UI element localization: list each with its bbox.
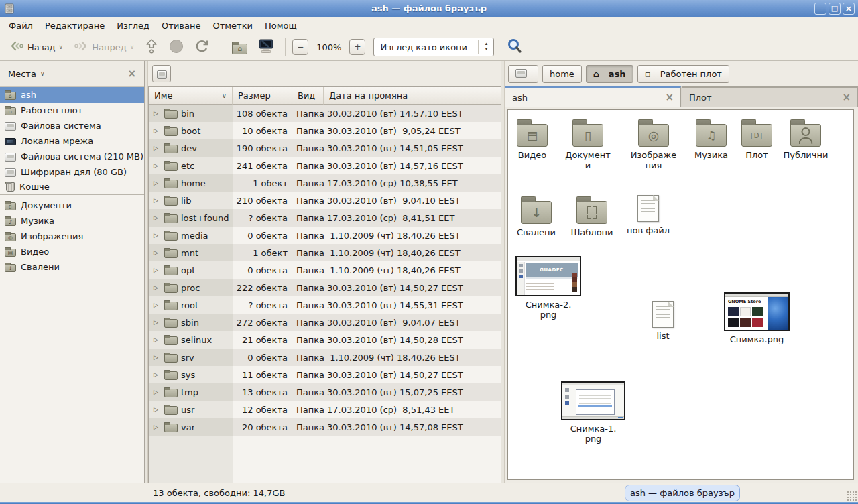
expander-icon[interactable]: ▷: [154, 232, 161, 239]
column-header-name[interactable]: Име∨: [149, 87, 233, 105]
file-icon-item[interactable]: Плот: [733, 118, 781, 160]
up-button[interactable]: [141, 36, 162, 58]
file-icon-item[interactable]: Свалени: [512, 195, 560, 237]
table-row[interactable]: ▷ dev 190 обекта Папка 30.03.2010 (вт) 1…: [149, 139, 501, 157]
file-icon-item[interactable]: Снимка-1.png: [560, 381, 627, 444]
table-row[interactable]: ▷ proc 222 обекта Папка 30.03.2010 (вт) …: [149, 279, 501, 296]
expander-icon[interactable]: ▷: [154, 302, 161, 308]
resize-grip[interactable]: [847, 491, 857, 501]
maximize-button[interactable]: □: [829, 3, 841, 15]
file-icon-item[interactable]: Видео: [508, 118, 556, 160]
file-icon-item[interactable]: Шаблони: [568, 195, 616, 237]
table-row[interactable]: ▷ lost+found ? обекта Папка 17.03.2010 (…: [149, 209, 501, 227]
file-icon-item[interactable]: Музика: [687, 118, 735, 160]
sidebar-place-item[interactable]: Видео: [0, 244, 144, 259]
sidebar-mode-select[interactable]: Места: [8, 69, 36, 79]
sidebar-place-item[interactable]: Документи: [0, 198, 144, 213]
taskbar-window-item[interactable]: ash — файлов браузър: [625, 485, 740, 501]
menu-item[interactable]: Помощ: [259, 19, 303, 33]
column-header-size[interactable]: Размер: [233, 87, 292, 105]
breadcrumb-button[interactable]: ash: [586, 65, 633, 83]
breadcrumb-button[interactable]: home: [542, 65, 582, 83]
tab[interactable]: Плот ×: [682, 86, 858, 107]
tab[interactable]: ash ×: [505, 86, 681, 107]
expander-icon[interactable]: ▷: [154, 389, 161, 395]
computer-button[interactable]: [254, 36, 278, 58]
close-button[interactable]: ×: [843, 3, 855, 15]
expander-icon[interactable]: ▷: [154, 162, 161, 169]
combo-spinner-icon[interactable]: ▴▾: [479, 42, 493, 52]
expander-icon[interactable]: ▷: [154, 336, 161, 343]
sidebar-place-item[interactable]: Кошче: [0, 180, 144, 195]
table-row[interactable]: ▷ sbin 272 обекта Папка 30.03.2010 (вт) …: [149, 314, 501, 331]
table-row[interactable]: ▷ tmp 13 обекта Папка 30.03.2010 (вт) 15…: [149, 383, 501, 401]
breadcrumb-button[interactable]: [508, 65, 538, 83]
file-icon-item[interactable]: Изображения: [627, 118, 680, 171]
expander-icon[interactable]: ▷: [154, 127, 161, 134]
file-icon-item[interactable]: list: [639, 301, 687, 341]
zoom-in-button[interactable]: +: [349, 39, 365, 55]
expander-icon[interactable]: ▷: [154, 214, 161, 221]
tab-close-icon[interactable]: ×: [842, 91, 851, 103]
forward-dropdown-icon[interactable]: ∨: [130, 44, 135, 50]
menu-item[interactable]: Изглед: [111, 19, 156, 33]
sidebar-place-item[interactable]: Изображения: [0, 229, 144, 244]
table-row[interactable]: ▷ var 20 обекта Папка 30.03.2010 (вт) 14…: [149, 418, 501, 436]
sidebar-place-item[interactable]: Музика: [0, 213, 144, 229]
table-row[interactable]: ▷ sys 11 обекта Папка 30.03.2010 (вт) 14…: [149, 366, 501, 383]
forward-button[interactable]: Напред ∨: [70, 38, 138, 56]
expander-icon[interactable]: ▷: [154, 424, 161, 430]
expander-icon[interactable]: ▷: [154, 145, 161, 151]
view-mode-select[interactable]: Изглед като икони ▴▾: [373, 38, 494, 56]
stop-button[interactable]: [165, 36, 188, 58]
expander-icon[interactable]: ▷: [154, 197, 161, 204]
menu-item[interactable]: Файл: [3, 19, 39, 33]
tab-close-icon[interactable]: ×: [665, 91, 674, 103]
root-drive-button[interactable]: [152, 65, 171, 82]
table-row[interactable]: ▷ home 1 обект Папка 17.03.2010 (ср) 10,…: [149, 174, 501, 192]
reload-button[interactable]: [190, 36, 214, 58]
expander-icon[interactable]: ▷: [154, 180, 161, 186]
table-row[interactable]: ▷ mnt 1 обект Папка 1.10.2009 (чт) 18,40…: [149, 244, 501, 261]
chevron-down-icon[interactable]: ∨: [40, 70, 45, 77]
table-row[interactable]: ▷ boot 10 обекта Папка 30.03.2010 (вт) 9…: [149, 122, 501, 139]
sidebar-place-item[interactable]: Файлова система (210 MB): [0, 149, 144, 164]
sidebar-place-item[interactable]: Работен плот: [0, 103, 144, 118]
table-row[interactable]: ▷ opt 0 обекта Папка 1.10.2009 (чт) 18,4…: [149, 261, 501, 279]
sidebar-place-item[interactable]: Шифриран дял (80 GB): [0, 164, 144, 180]
file-icon-item[interactable]: нов файл: [624, 195, 672, 235]
sidebar-place-item[interactable]: Файлова система: [0, 118, 144, 133]
column-header-type[interactable]: Вид: [292, 87, 324, 105]
file-icon-item[interactable]: Публични: [782, 118, 830, 160]
sidebar-close-icon[interactable]: ×: [125, 68, 139, 80]
file-icon-item[interactable]: GNOME Store GNOME Store Снимка.png: [723, 292, 790, 344]
table-row[interactable]: ▷ usr 12 обекта Папка 17.03.2010 (ср) 8,…: [149, 401, 501, 418]
table-row[interactable]: ▷ root ? обекта Папка 30.03.2010 (вт) 14…: [149, 296, 501, 314]
menu-item[interactable]: Редактиране: [39, 19, 111, 33]
breadcrumb-button[interactable]: Работен плот: [637, 65, 729, 83]
sidebar-place-item[interactable]: ash: [0, 87, 144, 103]
expander-icon[interactable]: ▷: [154, 284, 161, 291]
expander-icon[interactable]: ▷: [154, 319, 161, 326]
home-button[interactable]: ⌂: [228, 38, 251, 57]
sidebar-place-item[interactable]: Локална мрежа: [0, 133, 144, 149]
back-button[interactable]: Назад ∨: [5, 38, 67, 56]
table-row[interactable]: ▷ selinux 21 обекта Папка 30.03.2010 (вт…: [149, 331, 501, 349]
back-dropdown-icon[interactable]: ∨: [59, 44, 64, 50]
table-row[interactable]: ▷ etc 241 обекта Папка 30.03.2010 (вт) 1…: [149, 157, 501, 174]
search-button[interactable]: [505, 36, 525, 58]
expander-icon[interactable]: ▷: [154, 354, 161, 361]
column-header-date[interactable]: Дата на промяна: [324, 87, 501, 105]
expander-icon[interactable]: ▷: [154, 110, 161, 117]
menu-item[interactable]: Отметки: [206, 19, 258, 33]
file-icon-item[interactable]: GUADEC GUADEC Снимка-2.png: [515, 256, 582, 320]
file-icon-item[interactable]: Документи: [564, 118, 612, 171]
expander-icon[interactable]: ▷: [154, 267, 161, 273]
zoom-out-button[interactable]: −: [292, 39, 308, 55]
sidebar-place-item[interactable]: Свалени: [0, 259, 144, 275]
expander-icon[interactable]: ▷: [154, 249, 161, 256]
table-row[interactable]: ▷ media 0 обекта Папка 1.10.2009 (чт) 18…: [149, 227, 501, 244]
menu-item[interactable]: Отиване: [156, 19, 206, 33]
expander-icon[interactable]: ▷: [154, 406, 161, 413]
table-row[interactable]: ▷ bin 108 обекта Папка 30.03.2010 (вт) 1…: [149, 105, 501, 122]
